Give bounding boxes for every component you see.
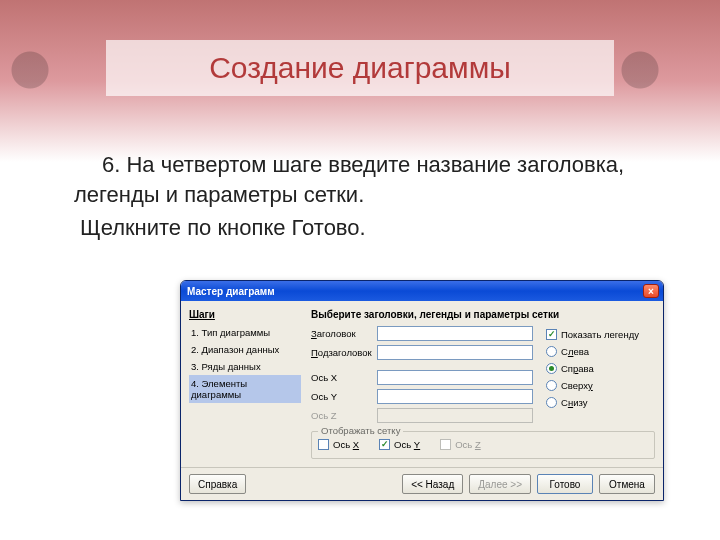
grid-y-checkbox[interactable] (379, 439, 390, 450)
axis-z-input (377, 408, 533, 423)
step-3[interactable]: 3. Ряды данных (189, 358, 301, 375)
axis-y-row: Ось Y (311, 387, 533, 406)
instruction-text: 6. На четвертом шаге введите название за… (74, 150, 634, 243)
grid-z-checkbox (440, 439, 451, 450)
axis-x-row: Ось X (311, 368, 533, 387)
legend-left-label: Слева (561, 346, 589, 357)
steps-heading: Шаги (189, 309, 301, 320)
axis-z-row: Ось Z (311, 406, 533, 425)
back-button[interactable]: << Назад (402, 474, 463, 494)
page-title: Создание диаграммы (209, 51, 511, 85)
grid-x-row[interactable]: Ось X (318, 439, 359, 450)
subtitle-row: Подзаголовок (311, 343, 533, 362)
title-label: Заголовок (311, 328, 373, 339)
step-2[interactable]: 2. Диапазон данных (189, 341, 301, 358)
legend-group: Показать легенду Слева Справа Сверху (545, 324, 655, 425)
title-row: Заголовок (311, 324, 533, 343)
titles-group: Заголовок Подзаголовок Ось X Ось Y (311, 324, 533, 425)
legend-left-radio[interactable] (546, 346, 557, 357)
grid-z-row: Ось Z (440, 439, 481, 450)
close-button[interactable]: × (643, 284, 659, 298)
next-button: Далее >> (469, 474, 531, 494)
instruction-line-2: Щелкните по кнопке Готово. (74, 213, 634, 243)
subtitle-input[interactable] (377, 345, 533, 360)
legend-bottom-radio[interactable] (546, 397, 557, 408)
legend-right-label: Справа (561, 363, 594, 374)
title-band: Создание диаграммы (106, 40, 614, 96)
steps-panel: Шаги 1. Тип диаграммы 2. Диапазон данных… (189, 309, 301, 459)
options-heading: Выберите заголовки, легенды и параметры … (311, 309, 655, 320)
grid-group: Отображать сетку Ось X Ось Y Ось Z (311, 431, 655, 459)
window-title: Мастер диаграмм (187, 286, 643, 297)
axis-z-label: Ось Z (311, 410, 373, 421)
axis-x-label: Ось X (311, 372, 373, 383)
show-legend-label: Показать легенду (561, 329, 639, 340)
finish-button[interactable]: Готово (537, 474, 593, 494)
axis-y-input[interactable] (377, 389, 533, 404)
axis-y-label: Ось Y (311, 391, 373, 402)
grid-x-checkbox[interactable] (318, 439, 329, 450)
legend-top-label: Сверху (561, 380, 593, 391)
legend-right-row[interactable]: Справа (546, 360, 654, 377)
options-panel: Выберите заголовки, легенды и параметры … (311, 309, 655, 459)
legend-bottom-row[interactable]: Снизу (546, 394, 654, 411)
step-4[interactable]: 4. Элементы диаграммы (189, 375, 301, 403)
button-bar: Справка << Назад Далее >> Готово Отмена (181, 467, 663, 500)
help-button[interactable]: Справка (189, 474, 246, 494)
title-input[interactable] (377, 326, 533, 341)
grid-y-row[interactable]: Ось Y (379, 439, 420, 450)
show-legend-row[interactable]: Показать легенду (546, 326, 654, 343)
cancel-button[interactable]: Отмена (599, 474, 655, 494)
grid-x-label: Ось X (333, 439, 359, 450)
axis-x-input[interactable] (377, 370, 533, 385)
legend-top-radio[interactable] (546, 380, 557, 391)
grid-z-label: Ось Z (455, 439, 481, 450)
grid-y-label: Ось Y (394, 439, 420, 450)
legend-left-row[interactable]: Слева (546, 343, 654, 360)
legend-right-radio[interactable] (546, 363, 557, 374)
legend-top-row[interactable]: Сверху (546, 377, 654, 394)
step-1[interactable]: 1. Тип диаграммы (189, 324, 301, 341)
grid-legend: Отображать сетку (318, 425, 403, 436)
chart-wizard-dialog: Мастер диаграмм × Шаги 1. Тип диаграммы … (180, 280, 664, 501)
subtitle-label: Подзаголовок (311, 347, 373, 358)
close-icon: × (648, 286, 654, 297)
titlebar[interactable]: Мастер диаграмм × (181, 281, 663, 301)
legend-bottom-label: Снизу (561, 397, 587, 408)
instruction-line-1: 6. На четвертом шаге введите название за… (74, 150, 634, 209)
show-legend-checkbox[interactable] (546, 329, 557, 340)
